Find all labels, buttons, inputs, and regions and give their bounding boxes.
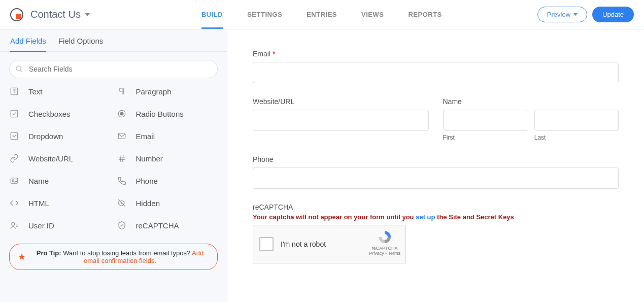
sublabel-first: First: [443, 134, 527, 141]
form-field-email[interactable]: Email *: [253, 50, 619, 83]
shield-icon: [117, 220, 127, 230]
hidden-icon: [117, 198, 127, 208]
preview-button[interactable]: Preview: [537, 7, 587, 22]
email-input[interactable]: [253, 62, 619, 83]
svg-point-0: [16, 66, 21, 71]
field-type-number[interactable]: Number: [117, 153, 218, 163]
caret-down-icon: [85, 13, 90, 16]
website-input[interactable]: [253, 110, 429, 131]
link-icon: [9, 153, 19, 163]
field-label: reCAPTCHA: [253, 203, 619, 211]
field-type-radio[interactable]: Radio Buttons: [117, 109, 218, 119]
app-logo[interactable]: [10, 8, 23, 21]
field-label: Name: [28, 177, 49, 185]
field-label: Website/URL: [253, 97, 429, 106]
search-input[interactable]: [9, 60, 218, 78]
pro-tip-banner: ★ Pro Tip: Want to stop losing leads fro…: [9, 244, 218, 270]
field-label: Radio Buttons: [136, 110, 184, 118]
checkbox-icon: [9, 109, 19, 119]
field-label: Website/URL: [28, 154, 73, 163]
form-title-dropdown[interactable]: Contact Us: [30, 9, 90, 20]
radio-icon: [117, 109, 127, 119]
field-label: HTML: [28, 199, 49, 208]
tab-entries[interactable]: ENTRIES: [307, 1, 337, 28]
required-mark: *: [273, 50, 275, 58]
update-button[interactable]: Update: [592, 7, 634, 22]
field-type-checkboxes[interactable]: Checkboxes: [9, 109, 111, 119]
field-type-dropdown[interactable]: Dropdown: [9, 131, 111, 141]
svg-point-5: [120, 112, 123, 115]
field-type-recaptcha[interactable]: reCAPTCHA: [117, 220, 218, 230]
svg-line-1: [20, 70, 22, 72]
field-type-html[interactable]: HTML: [9, 198, 111, 208]
html-icon: [9, 198, 19, 208]
field-type-email[interactable]: Email: [117, 131, 218, 141]
first-name-input[interactable]: [443, 110, 527, 131]
field-label: Phone: [253, 155, 619, 163]
form-field-website[interactable]: Website/URL: [253, 97, 429, 141]
field-label: Paragraph: [136, 87, 172, 96]
form-canvas: Email * Website/URL Name First Last: [227, 29, 644, 302]
star-icon: ★: [18, 251, 26, 262]
field-type-url[interactable]: Website/URL: [9, 153, 111, 163]
tab-settings[interactable]: SETTINGS: [247, 1, 282, 28]
svg-point-10: [12, 222, 15, 225]
search-icon: [15, 65, 23, 73]
protip-prefix: Pro Tip:: [37, 249, 61, 257]
recaptcha-text: I'm not a robot: [281, 240, 326, 248]
field-label: Email: [136, 132, 155, 141]
text-icon: [9, 86, 19, 96]
field-type-hidden[interactable]: Hidden: [117, 198, 218, 208]
field-type-phone[interactable]: Phone: [117, 176, 218, 186]
last-name-input[interactable]: [534, 110, 619, 131]
number-icon: [117, 153, 127, 163]
name-icon: [9, 176, 19, 186]
recaptcha-widget[interactable]: I'm not a robot reCAPTCHA Privacy - Term…: [253, 225, 406, 263]
recaptcha-badge: reCAPTCHA Privacy - Terms: [369, 229, 400, 256]
field-label: Phone: [136, 177, 158, 185]
field-type-userid[interactable]: User ID: [9, 220, 111, 230]
svg-rect-3: [11, 110, 18, 117]
field-type-text[interactable]: Text: [9, 86, 111, 96]
sidebar-tab-field-options[interactable]: Field Options: [58, 37, 103, 51]
field-label: Checkboxes: [28, 110, 71, 118]
protip-body: Want to stop losing leads from email typ…: [61, 249, 192, 257]
setup-link[interactable]: set up: [416, 213, 435, 221]
user-icon: [9, 220, 19, 230]
svg-rect-7: [118, 133, 125, 139]
svg-point-9: [12, 180, 14, 181]
field-label: Email: [253, 50, 270, 58]
recaptcha-icon: [376, 229, 394, 245]
field-label: reCAPTCHA: [136, 221, 179, 230]
form-field-phone[interactable]: Phone: [253, 155, 619, 189]
field-label: Text: [28, 87, 43, 96]
main-nav: BUILD SETTINGS ENTRIES VIEWS REPORTS: [201, 1, 442, 28]
field-type-name[interactable]: Name: [9, 176, 111, 186]
caret-down-icon: [573, 13, 578, 16]
tab-reports[interactable]: REPORTS: [408, 1, 442, 28]
form-field-name[interactable]: Name First Last: [443, 97, 619, 141]
svg-rect-6: [11, 132, 18, 140]
tab-views[interactable]: VIEWS: [361, 1, 384, 28]
captcha-warning: Your captcha will not appear on your for…: [253, 213, 619, 221]
field-label: Hidden: [136, 199, 160, 208]
sidebar: Add Fields Field Options Text Paragraph …: [0, 29, 227, 302]
field-type-paragraph[interactable]: Paragraph: [117, 86, 218, 96]
email-icon: [117, 131, 127, 141]
field-label: Dropdown: [28, 132, 63, 141]
paragraph-icon: [117, 86, 127, 96]
phone-icon: [117, 176, 127, 186]
field-label: Name: [443, 97, 619, 106]
sublabel-last: Last: [534, 134, 619, 141]
sidebar-tab-add-fields[interactable]: Add Fields: [10, 37, 46, 51]
dropdown-icon: [9, 131, 19, 141]
recaptcha-checkbox[interactable]: [259, 237, 274, 251]
field-label: Number: [136, 154, 163, 163]
preview-label: Preview: [547, 11, 570, 18]
field-label: User ID: [28, 221, 54, 230]
phone-input[interactable]: [253, 167, 619, 189]
tab-build[interactable]: BUILD: [201, 1, 223, 28]
form-title-text: Contact Us: [30, 9, 81, 20]
form-field-recaptcha[interactable]: reCAPTCHA Your captcha will not appear o…: [253, 203, 619, 263]
